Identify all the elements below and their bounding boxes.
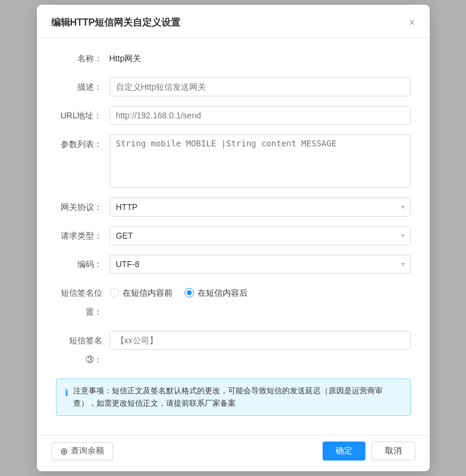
request-select-wrapper: GET POST ▾	[110, 226, 411, 245]
url-input[interactable]	[110, 106, 411, 125]
sign-position-radio-group: 在短信内容前 在短信内容后	[110, 283, 248, 302]
radio-after-circle	[184, 288, 194, 298]
desc-row: 描述：	[56, 77, 411, 96]
url-row: URL地址：	[56, 106, 411, 125]
notice-box: ℹ 注意事项：短信正文及签名默认格式的更改，可能会导致短信的发送延迟（原因是运营…	[56, 378, 411, 416]
cancel-button[interactable]: 取消	[371, 441, 415, 461]
confirm-button[interactable]: 确定	[323, 441, 365, 461]
query-balance-button[interactable]: ⊕ 查询余额	[51, 442, 113, 461]
encoding-row: 编码： UTF-8 GBK GB2312 ▾	[56, 255, 411, 274]
radio-after-label: 在短信内容后	[198, 283, 248, 302]
name-label: 名称：	[56, 49, 110, 68]
sign-name-input[interactable]	[110, 331, 411, 350]
protocol-select[interactable]: HTTP HTTPS	[110, 198, 411, 217]
sign-name-label-inner: 短信签名 ③：	[56, 331, 102, 369]
protocol-label: 网关协议：	[56, 198, 110, 217]
name-value: Http网关	[110, 49, 142, 68]
sign-name-row: 短信签名 ③：	[56, 331, 411, 369]
protocol-row: 网关协议： HTTP HTTPS ▾	[56, 198, 411, 217]
params-textarea[interactable]	[110, 134, 411, 188]
encoding-select[interactable]: UTF-8 GBK GB2312	[110, 255, 411, 274]
sign-position-row: 短信签名位置： 在短信内容前 在短信内容后	[56, 283, 411, 321]
notice-icon: ℹ	[65, 386, 68, 400]
query-balance-label: 查询余额	[71, 446, 104, 456]
radio-before[interactable]: 在短信内容前	[110, 283, 173, 302]
dialog-footer: ⊕ 查询余额 确定 取消	[37, 435, 430, 471]
radio-after[interactable]: 在短信内容后	[184, 283, 248, 302]
radio-before-circle	[110, 288, 119, 298]
desc-input[interactable]	[110, 77, 411, 96]
name-row: 名称： Http网关	[56, 49, 411, 68]
sign-position-label: 短信签名位置：	[56, 283, 110, 321]
request-row: 请求类型： GET POST ▾	[56, 226, 411, 245]
dialog-header: 编辑HTTP短信网关自定义设置 ×	[37, 5, 430, 38]
encoding-label: 编码：	[56, 255, 110, 274]
footer-right-buttons: 确定 取消	[323, 441, 415, 461]
request-label: 请求类型：	[56, 226, 110, 245]
edit-dialog: 编辑HTTP短信网关自定义设置 × 名称： Http网关 描述： URL地址： …	[37, 5, 430, 472]
dialog-title: 编辑HTTP短信网关自定义设置	[51, 17, 181, 29]
radio-before-label: 在短信内容前	[123, 283, 173, 302]
notice-text: 注意事项：短信正文及签名默认格式的更改，可能会导致短信的发送延迟（原因是运营商审…	[73, 385, 402, 410]
protocol-select-wrapper: HTTP HTTPS ▾	[110, 198, 411, 217]
query-balance-icon: ⊕	[60, 446, 68, 457]
params-label: 参数列表：	[56, 134, 110, 154]
encoding-select-wrapper: UTF-8 GBK GB2312 ▾	[110, 255, 411, 274]
dialog-body: 名称： Http网关 描述： URL地址： 参数列表： 网关协议： HTTP H…	[37, 38, 430, 436]
close-button[interactable]: ×	[409, 17, 415, 28]
params-row: 参数列表：	[56, 134, 411, 188]
desc-label: 描述：	[56, 77, 110, 96]
url-label: URL地址：	[56, 106, 110, 125]
sign-name-label: 短信签名 ③：	[56, 331, 110, 369]
request-select[interactable]: GET POST	[110, 226, 411, 245]
